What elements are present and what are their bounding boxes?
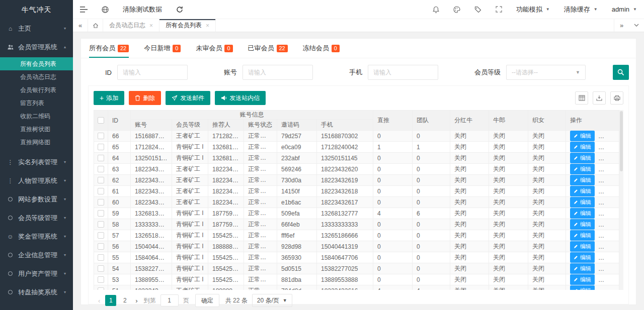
edit-button[interactable]: 编辑 — [570, 164, 595, 174]
sidebar-section-item[interactable]: 用户资产管理▼ — [0, 264, 73, 283]
edit-button[interactable]: 编辑 — [570, 219, 595, 230]
scrollbar-thumb[interactable] — [620, 111, 623, 171]
row-checkbox[interactable] — [98, 144, 104, 150]
edit-button[interactable]: 编辑 — [570, 153, 595, 163]
plus-icon: + — [100, 94, 104, 102]
row-checkbox[interactable] — [98, 232, 104, 239]
filter-columns-button[interactable] — [575, 91, 588, 105]
export-button[interactable] — [593, 91, 606, 105]
edit-button[interactable]: 编辑 — [570, 252, 595, 263]
refresh-button[interactable] — [169, 0, 190, 19]
edit-button[interactable]: 编辑 — [570, 175, 595, 185]
id-input[interactable] — [117, 65, 188, 80]
admin-user-dropdown[interactable]: admin▼ — [605, 0, 644, 19]
theme-button[interactable] — [446, 0, 467, 19]
prev-page-button[interactable]: ‹ — [95, 297, 104, 304]
row-checkbox[interactable] — [98, 133, 104, 139]
tag-button[interactable] — [467, 0, 489, 19]
row-checkbox[interactable] — [98, 243, 104, 250]
confirm-button[interactable]: 确定 — [195, 294, 219, 307]
phone-input[interactable] — [368, 65, 438, 80]
per-page-select[interactable]: 20 条/页 ▼ — [252, 294, 292, 307]
edit-button[interactable]: 编辑 — [570, 131, 595, 141]
sidebar-submenu-item[interactable]: 直推树状图 — [0, 123, 73, 136]
clear-test-data-button[interactable]: 清除测试数据 — [116, 0, 169, 19]
cell-account: 13250151145 — [131, 153, 172, 164]
sidebar-section-item[interactable]: 企业信息管理▼ — [0, 246, 73, 264]
row-checkbox[interactable] — [98, 254, 104, 261]
close-icon[interactable]: × — [149, 22, 153, 29]
row-checkbox[interactable] — [98, 287, 104, 290]
sidebar-section-item[interactable]: 会员等级管理▼ — [0, 209, 73, 227]
row-checkbox[interactable] — [98, 221, 104, 228]
send-mail-button[interactable]: 发送邮件 — [166, 91, 210, 105]
page-2-button[interactable]: 2 — [119, 295, 130, 306]
tabs-scroll-right-button[interactable]: » — [614, 19, 629, 32]
next-page-button[interactable]: › — [132, 297, 141, 304]
sidebar-item-home[interactable]: ⌂ 主页 ▼ — [0, 19, 73, 38]
sidebar-item-member-system[interactable]: 会员管理系统 ▲ — [0, 38, 73, 56]
member-tab[interactable]: 所有会员22 — [89, 39, 129, 58]
edit-button[interactable]: 编辑 — [570, 230, 595, 241]
home-tab-button[interactable] — [88, 19, 103, 32]
language-button[interactable] — [95, 0, 116, 19]
sidebar-submenu-item[interactable]: 所有会员列表 — [0, 57, 73, 70]
sidebar-section-item[interactable]: ⋮人物管理系统▼ — [0, 171, 73, 190]
count-badge: 0 — [173, 45, 181, 52]
row-checkbox[interactable] — [98, 265, 104, 272]
sidebar-submenu-item[interactable]: 留言列表 — [0, 96, 73, 110]
sidebar-toggle-button[interactable] — [73, 0, 95, 19]
clear-cache-dropdown[interactable]: 清除缓存▼ — [557, 0, 605, 19]
account-input[interactable] — [243, 65, 313, 80]
sidebar-submenu-item[interactable]: 直推网络图 — [0, 136, 73, 149]
sidebar-section-item[interactable]: 网站参数设置▼ — [0, 190, 73, 209]
add-button[interactable]: + 添加 — [94, 91, 124, 105]
fullscreen-button[interactable] — [489, 0, 509, 19]
edit-button[interactable]: 编辑 — [570, 285, 595, 290]
row-checkbox[interactable] — [98, 210, 104, 217]
row-checkbox[interactable] — [98, 276, 104, 283]
print-button[interactable] — [610, 91, 623, 105]
row-checkbox[interactable] — [98, 166, 104, 172]
goto-page-input[interactable] — [160, 294, 179, 306]
sidebar-submenu-item[interactable]: 会员动态日志 — [0, 70, 73, 83]
tab-member-log[interactable]: 会员动态日志 × — [103, 19, 159, 32]
edit-button[interactable]: 编辑 — [570, 241, 595, 252]
row-checkbox[interactable] — [98, 188, 104, 194]
row-checkbox[interactable] — [98, 177, 104, 183]
edit-button[interactable]: 编辑 — [570, 274, 595, 285]
edit-button[interactable]: 编辑 — [570, 208, 595, 219]
close-icon[interactable]: × — [206, 22, 209, 29]
edit-button[interactable]: 编辑 — [570, 186, 595, 196]
sidebar-section-item[interactable]: ☺奖金管理系统▼ — [0, 227, 73, 246]
tabs-scroll-left-button[interactable]: « — [73, 19, 88, 32]
status-text: 正常 — [248, 243, 266, 250]
tabs-menu-button[interactable] — [629, 19, 644, 32]
search-button[interactable] — [613, 65, 629, 80]
sidebar-submenu-item[interactable]: 会员银行列表 — [0, 83, 73, 96]
member-tab[interactable]: 今日新增0 — [144, 39, 181, 58]
send-inbox-message-button[interactable]: 发送站内信 — [215, 91, 266, 105]
row-checkbox[interactable] — [98, 155, 104, 161]
cell-status: 正常锁定 — [244, 230, 277, 241]
page-1-button[interactable]: 1 — [105, 295, 116, 306]
table-scrollbar[interactable] — [619, 110, 623, 290]
member-tab[interactable]: 已审会员22 — [248, 39, 288, 58]
edit-button[interactable]: 编辑 — [570, 263, 595, 274]
edit-button[interactable]: 编辑 — [570, 142, 595, 152]
select-all-checkbox[interactable] — [98, 117, 104, 124]
sidebar-section-item[interactable]: ⋮实名列表管理▼ — [0, 153, 73, 171]
cell-weaver: 关闭 — [528, 131, 566, 142]
function-sim-dropdown[interactable]: 功能模拟▼ — [509, 0, 557, 19]
member-tab[interactable]: 未审会员0 — [196, 39, 232, 58]
cell-bonus-cow: 关闭 — [450, 131, 489, 142]
sidebar-submenu-item[interactable]: 收款二维码 — [0, 110, 73, 123]
tab-all-members[interactable]: 所有会员列表 × — [159, 19, 216, 32]
notifications-button[interactable] — [426, 0, 446, 19]
member-level-select[interactable]: --请选择-- ▼ — [506, 65, 586, 80]
edit-button[interactable]: 编辑 — [570, 197, 595, 208]
row-checkbox[interactable] — [98, 199, 104, 205]
delete-button[interactable]: 删除 — [129, 91, 161, 105]
member-tab[interactable]: 冻结会员0 — [303, 39, 340, 58]
sidebar-section-item[interactable]: 转盘抽奖系统▼ — [0, 283, 73, 301]
